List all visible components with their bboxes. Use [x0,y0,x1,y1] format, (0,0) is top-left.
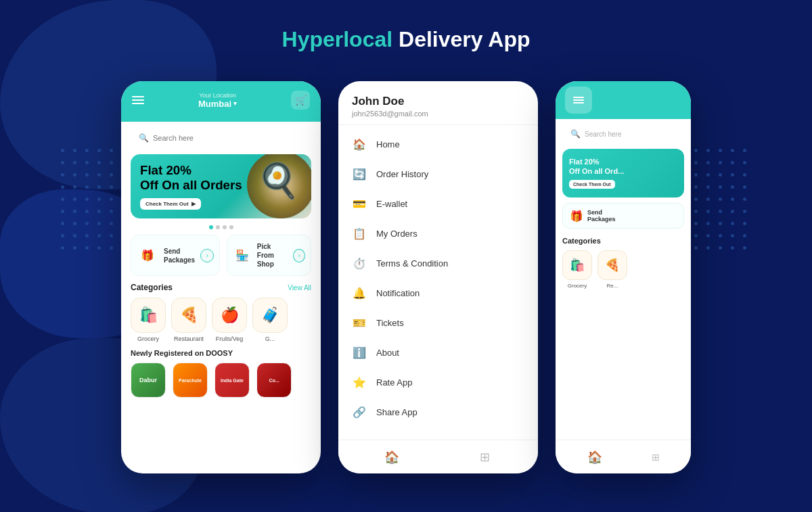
category-other[interactable]: 🧳 G... [252,298,288,342]
menu-item-home[interactable]: 🏠 Home [338,129,538,159]
p3-restaurant[interactable]: 🍕 Re... [597,250,627,289]
banner-food-image: 🍳 [247,154,311,218]
cart-icon[interactable]: 🛒 [291,91,310,110]
quick-actions: 🎁 SendPackages › 🏪 PickFrom Shop › [131,235,311,276]
title-dark: Delivery App [392,27,530,51]
menu-label-terms: Terms & Condition [376,258,448,269]
view-all-link[interactable]: View All [288,284,311,292]
chevron-down-icon: ▾ [233,100,237,107]
food-emoji: 🍳 [257,161,299,200]
menu-item-terms[interactable]: ⏱️ Terms & Condition [338,248,538,278]
brand-parachute[interactable]: Parachute [173,363,208,398]
send-packages-icon: 🎁 [137,245,158,266]
title-teal: Hyperlocal [282,27,393,51]
p3-grocery[interactable]: 🛍️ Grocery [562,250,592,289]
fruits-icon: 🍎 [212,298,247,333]
category-fruits[interactable]: 🍎 Fruits/Veg [212,298,247,342]
user-email: john2563d@gmail.com [352,110,524,118]
terms-icon: ⏱️ [352,256,367,271]
menu-item-my-orders[interactable]: 📋 My Orders [338,218,538,248]
p3-categories: 🛍️ Grocery 🍕 Re... [562,250,684,289]
menu-item-ewallet[interactable]: 💳 E-wallet [338,189,538,218]
p3-search-bar[interactable]: 🔍 Search here [562,124,684,143]
cart-bag-icon: 🛒 [295,95,307,106]
user-name: John Doe [352,95,524,108]
tickets-icon: 🎫 [352,315,367,330]
p3-quick-card[interactable]: 🎁 SendPackages [562,203,684,229]
dot-3 [223,225,227,229]
categories-row: 🛍️ Grocery 🍕 Restaurant 🍎 Fruits/Veg 🧳 G… [131,298,311,342]
p3-grocery-label: Grocery [568,283,587,289]
brand-dabur[interactable]: Dabur [131,363,166,398]
p3-send-icon: 🎁 [570,210,583,223]
location-name[interactable]: Mumbai ▾ [198,99,237,109]
search-icon: 🔍 [139,133,149,143]
tab-grid[interactable]: ⊞ [475,448,494,467]
brand-india-gate[interactable]: India Gate [215,363,250,398]
menu-item-share-app[interactable]: 🔗 Share App [338,397,538,427]
categories-title: Categories [131,283,173,292]
category-grocery[interactable]: 🛍️ Grocery [131,298,166,342]
send-packages-card[interactable]: 🎁 SendPackages › [131,235,220,276]
menu-item-tickets[interactable]: 🎫 Tickets [338,308,538,338]
search-bar[interactable]: 🔍 [131,129,311,147]
categories-header: Categories View All [131,283,311,292]
category-restaurant[interactable]: 🍕 Restaurant [171,298,206,342]
menu-label-tickets: Tickets [376,318,404,328]
other-icon: 🧳 [252,298,288,333]
p3-bottom-bar: 🏠 ⊞ [556,440,691,473]
menu-label-about: About [376,348,399,358]
about-icon: ℹ️ [352,345,367,360]
hamburger-icon[interactable] [132,96,144,104]
phone-3-partial: 🔍 Search here Flat 20%Off On all Ord... … [556,81,691,473]
p3-banner-btn[interactable]: Check Them Out [569,180,615,189]
p3-tab-grid[interactable]: ⊞ [652,452,660,463]
menu-label-rate-app: Rate App [376,377,413,388]
dot-4 [229,225,233,229]
p3-search-icon: 🔍 [570,129,581,139]
send-packages-label: SendPackages [164,247,195,264]
restaurant-icon: 🍕 [171,298,206,333]
menu-item-notification[interactable]: 🔔 Notification [338,278,538,308]
ewallet-icon: 💳 [352,196,367,211]
home-icon: 🏠 [352,137,367,152]
banner-text: Flat 20% Off On all Orders Check Them Ou… [140,163,242,210]
p3-header [556,81,691,119]
tab-home[interactable]: 🏠 [382,448,401,467]
other-label: G... [265,335,275,342]
p3-menu-icon [565,87,592,114]
p3-categories-title: Categories [562,237,601,245]
notification-icon: 🔔 [352,285,367,300]
menu-label-order-history: Order History [376,169,428,179]
dot-2 [216,225,220,229]
dot-1 [209,225,213,229]
p3-banner: Flat 20%Off On all Ord... Check Them Out [562,149,684,197]
hamburger-lines [573,95,584,105]
menu-label-notification: Notification [376,288,420,298]
my-orders-icon: 📋 [352,226,367,241]
pick-from-shop-icon: 🏪 [233,245,252,266]
sidebar-menu: 🏠 Home 🔄 Order History 💳 E-wallet 📋 My O… [338,125,538,431]
banner-cta-button[interactable]: Check Them Out ▶ [140,198,201,210]
menu-item-rate-app[interactable]: ⭐ Rate App [338,367,538,397]
menu-item-about[interactable]: ℹ️ About [338,338,538,367]
newly-registered-section: Newly Registered on DOOSY Dabur Parachut… [131,349,311,398]
p3-send-label: SendPackages [587,209,616,223]
pick-from-shop-card[interactable]: 🏪 PickFrom Shop › [227,235,311,276]
menu-label-home: Home [376,139,400,149]
brands-row: Dabur Parachute India Gate Co... [131,363,311,398]
brand-other[interactable]: Co... [256,363,292,398]
p3-grocery-icon: 🛍️ [562,250,592,280]
banner-line1: Flat 20% [140,163,242,178]
restaurant-label: Restaurant [174,335,204,342]
p1-header: Your Location Mumbai ▾ 🛒 [121,81,321,122]
p3-tab-home[interactable]: 🏠 [587,450,602,465]
menu-item-order-history[interactable]: 🔄 Order History [338,159,538,189]
search-input[interactable] [153,134,303,142]
share-app-icon: 🔗 [352,404,367,419]
arrow-right-icon: ▶ [191,201,196,207]
send-arrow-icon: › [200,249,214,262]
banner-dots [121,225,321,229]
pick-from-shop-label: PickFrom Shop [257,242,288,269]
pick-arrow-icon: › [293,249,305,262]
